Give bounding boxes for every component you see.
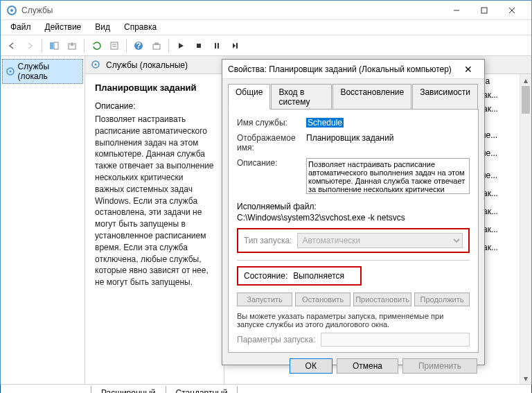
description-label: Описание: [95,101,214,111]
svg-rect-17 [215,43,216,49]
startup-type-highlight: Тип запуска: Автоматически [237,228,470,253]
svg-rect-7 [54,42,58,49]
menubar: Файл Действие Вид Справка [1,20,531,35]
subheader-title: Службы (локальные) [106,60,188,70]
tab-extended[interactable]: Расширенный [91,386,166,393]
pause-button: Приостановить [353,292,411,306]
scroll-up-icon[interactable]: ▴ [520,74,531,86]
tab-dependencies[interactable]: Зависимости [412,84,478,110]
show-hide-tree-button[interactable] [46,37,62,54]
dialog-tabs: Общие Вход в систему Восстановление Зави… [222,79,484,109]
close-button[interactable] [498,1,526,19]
params-note: Вы можете указать параметры запуска, при… [237,312,470,329]
svg-point-1 [10,9,13,12]
window-title: Службы [21,6,443,15]
tab-recovery[interactable]: Восстановление [332,84,411,110]
svg-rect-15 [155,43,158,44]
tree-pane: Службы (локаль [1,56,85,384]
refresh-button[interactable] [88,37,105,54]
params-input [321,333,470,347]
minimize-button[interactable] [443,1,470,19]
label-description: Описание: [237,158,301,168]
status-highlight: Состояние: Выполняется [237,266,362,286]
start-service-button[interactable] [172,37,189,54]
label-display-name: Отображаемое имя: [237,133,301,152]
menu-file[interactable]: Файл [3,20,38,35]
tab-standard[interactable]: Стандартный [166,386,238,393]
restart-service-button[interactable] [227,37,243,54]
toolbox-button[interactable] [148,37,165,54]
start-button: Запустить [237,292,292,306]
svg-point-23 [95,63,97,65]
label-params: Параметры запуска: [237,335,315,344]
toolbar: ? [1,35,531,56]
svg-rect-14 [153,44,160,49]
tab-panel-general: Имя службы: Schedule Отображаемое имя: П… [228,109,479,353]
bottom-tabs: Расширенный Стандартный [1,384,531,393]
svg-rect-3 [481,8,487,13]
dialog-title: Свойства: Планировщик заданий (Локальный… [228,64,458,74]
scrollbar[interactable]: ▴ ▾ [520,74,531,384]
label-exe: Исполняемый файл: [237,202,317,211]
pause-service-button[interactable] [209,37,225,54]
properties-button[interactable] [106,37,123,54]
stop-button: Остановить [295,292,351,306]
value-status: Выполняется [293,271,344,281]
back-button[interactable] [3,37,20,54]
svg-point-21 [10,71,12,73]
tree-node-services[interactable]: Службы (локаль [2,59,83,84]
service-name-heading: Планировщик заданий [95,82,214,93]
resume-button: Продолжить [414,292,470,306]
description-textarea[interactable]: Позволяет настраивать расписание автомат… [306,158,470,194]
services-icon [6,5,17,16]
label-status: Состояние: [244,271,287,281]
tab-logon[interactable]: Вход в систему [271,84,332,110]
startup-type-select: Автоматически [297,233,463,248]
label-service-name: Имя службы: [237,118,301,128]
menu-action[interactable]: Действие [38,20,89,35]
properties-dialog: Свойства: Планировщик заданий (Локальный… [222,59,485,365]
dialog-close-button[interactable]: ✕ [458,64,479,75]
maximize-button[interactable] [470,1,498,19]
help-button[interactable]: ? [130,37,147,54]
dialog-titlebar: Свойства: Планировщик заданий (Локальный… [222,60,484,79]
svg-text:?: ? [136,41,141,51]
stop-service-button[interactable] [190,37,207,54]
tab-general[interactable]: Общие [228,84,270,110]
svg-rect-18 [218,43,219,49]
scroll-down-icon[interactable]: ▾ [520,372,531,384]
value-service-name: Schedule [306,118,344,128]
label-startup: Тип запуска: [244,236,292,245]
value-exe: C:\Windows\system32\svchost.exe -k netsv… [237,213,405,222]
export-button[interactable] [64,37,80,54]
svg-rect-9 [111,42,118,49]
scroll-thumb[interactable] [522,86,530,114]
menu-help[interactable]: Справка [117,20,163,35]
svg-rect-19 [236,43,238,49]
menu-view[interactable]: Вид [88,20,117,35]
apply-button: Применить [402,358,477,374]
svg-rect-16 [197,44,201,48]
value-display-name: Планировщик заданий [306,133,470,143]
ok-button[interactable]: ОК [290,358,332,374]
description-text: Позволяет настраивать расписание автомат… [95,114,214,288]
titlebar: Службы [1,1,531,20]
tree-node-label: Службы (локаль [18,62,80,81]
forward-button[interactable] [21,37,38,54]
cancel-button[interactable]: Отмена [337,358,398,374]
svg-rect-6 [50,42,53,49]
description-panel: Планировщик заданий Описание: Позволяет … [85,74,224,384]
